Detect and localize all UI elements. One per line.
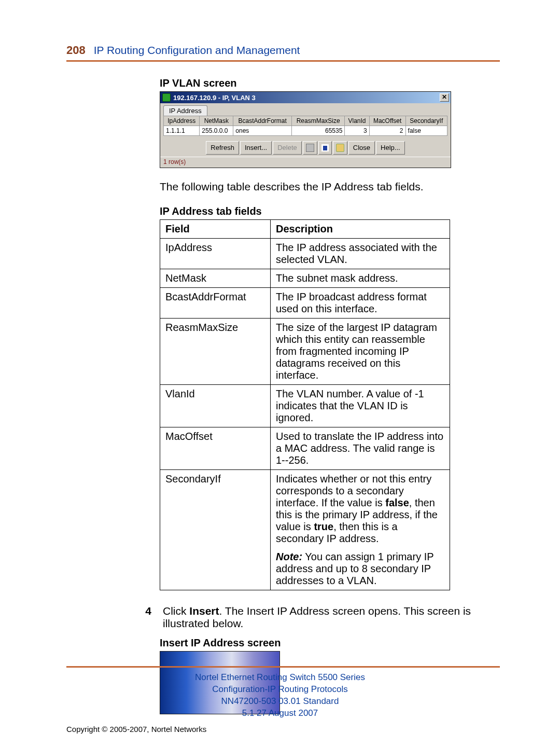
field-desc: The size of the largest IP datagram whic… — [271, 319, 450, 385]
step-bold: Insert — [189, 605, 219, 617]
table-row: MacOffset Used to translate the IP addre… — [160, 427, 450, 470]
field-name: NetMask — [160, 269, 271, 288]
step-pre: Click — [163, 605, 189, 617]
print-button[interactable] — [333, 141, 347, 155]
footer-rule — [66, 666, 500, 668]
tab-ip-address[interactable]: IP Address — [163, 105, 207, 116]
section-title: IP Routing Configuration and Management — [94, 44, 300, 57]
cell-ipaddress: 1.1.1.1 — [164, 126, 200, 136]
close-icon[interactable]: ✕ — [440, 93, 449, 102]
bold-false: false — [385, 497, 409, 508]
print-icon — [336, 144, 344, 152]
col-bcast[interactable]: BcastAddrFormat — [233, 116, 292, 126]
field-desc: Used to translate the IP address into a … — [271, 427, 450, 470]
page-footer: Nortel Ethernet Routing Switch 5500 Seri… — [0, 666, 560, 734]
field-name: BcastAddrFormat — [160, 288, 271, 319]
copyright: Copyright © 2005-2007, Nortel Networks — [66, 725, 560, 734]
insert-caption: Insert IP Address screen — [160, 637, 500, 649]
field-name: VlanId — [160, 385, 271, 427]
cell-reasm: 65535 — [291, 126, 344, 136]
cell-secondaryif: false — [405, 126, 447, 136]
save-button[interactable] — [318, 141, 332, 155]
table-row[interactable]: 1.1.1.1 255.0.0.0 ones 65535 3 2 false — [164, 126, 447, 136]
col-vlanid[interactable]: VlanId — [345, 116, 369, 126]
field-desc: The subnet mask address. — [271, 269, 450, 288]
insert-button[interactable]: Insert... — [240, 141, 272, 155]
col-macoffset[interactable]: MacOffset — [369, 116, 405, 126]
fields-table: Field Description IpAddress The IP addre… — [160, 219, 450, 590]
fields-head-desc: Description — [271, 220, 450, 239]
table-row: NetMask The subnet mask address. — [160, 269, 450, 288]
field-name: ReasmMaxSize — [160, 319, 271, 385]
table-row: BcastAddrFormat The IP broadcast address… — [160, 288, 450, 319]
app-icon — [162, 93, 171, 102]
header-rule — [66, 60, 500, 62]
field-name: MacOffset — [160, 427, 271, 470]
field-desc: The IP address associated with the selec… — [271, 239, 450, 269]
fields-caption: IP Address tab fields — [160, 205, 500, 217]
table-row: VlanId The VLAN number. A value of -1 in… — [160, 385, 450, 427]
refresh-button[interactable]: Refresh — [206, 141, 239, 155]
ipvlan-caption: IP VLAN screen — [160, 77, 500, 89]
delete-button[interactable]: Delete — [273, 141, 302, 155]
field-name: IpAddress — [160, 239, 271, 269]
table-row: IpAddress The IP address associated with… — [160, 239, 450, 269]
page-number: 208 — [66, 44, 86, 57]
fields-head-field: Field — [160, 220, 271, 239]
help-button[interactable]: Help... — [376, 141, 405, 155]
cell-netmask: 255.0.0.0 — [200, 126, 233, 136]
save-icon — [321, 144, 329, 151]
col-ipaddress[interactable]: IpAddress — [164, 116, 200, 126]
footer-line: NN47200-503 03.01 Standard — [0, 696, 560, 708]
note-label: Note: — [276, 551, 302, 562]
table-row: ReasmMaxSize The size of the largest IP … — [160, 319, 450, 385]
dialog-status: 1 row(s) — [160, 157, 451, 168]
step-number: 4 — [139, 605, 151, 630]
cell-bcast: ones — [233, 126, 292, 136]
ipvlan-dialog: 192.167.120.9 - IP, VLAN 3 ✕ IP Address … — [160, 91, 451, 168]
col-netmask[interactable]: NetMask — [200, 116, 233, 126]
table-row: SecondaryIf Indicates whether or not thi… — [160, 470, 450, 590]
field-name: SecondaryIf — [160, 470, 271, 590]
field-desc: The IP broadcast address format used on … — [271, 288, 450, 319]
step-text: Click Insert. The Insert IP Address scre… — [163, 605, 500, 630]
close-button[interactable]: Close — [348, 141, 375, 155]
col-reasm[interactable]: ReasmMaxSize — [291, 116, 344, 126]
footer-line: 5.1 27 August 2007 — [0, 708, 560, 720]
intro-paragraph: The following table describes the IP Add… — [160, 181, 500, 193]
cell-macoffset: 2 — [369, 126, 405, 136]
footer-line: Configuration-IP Routing Protocols — [0, 684, 560, 696]
copy-icon — [306, 144, 314, 152]
col-secondaryif[interactable]: SecondaryIf — [405, 116, 447, 126]
ip-address-grid: IpAddress NetMask BcastAddrFormat ReasmM… — [163, 116, 447, 136]
copy-button[interactable] — [303, 141, 317, 155]
field-desc: Indicates whether or not this entry corr… — [271, 470, 450, 590]
cell-vlanid: 3 — [345, 126, 369, 136]
field-desc: The VLAN number. A value of -1 indicates… — [271, 385, 450, 427]
dialog-title: 192.167.120.9 - IP, VLAN 3 — [173, 94, 256, 102]
bold-true: true — [314, 521, 333, 532]
footer-line: Nortel Ethernet Routing Switch 5500 Seri… — [0, 672, 560, 684]
